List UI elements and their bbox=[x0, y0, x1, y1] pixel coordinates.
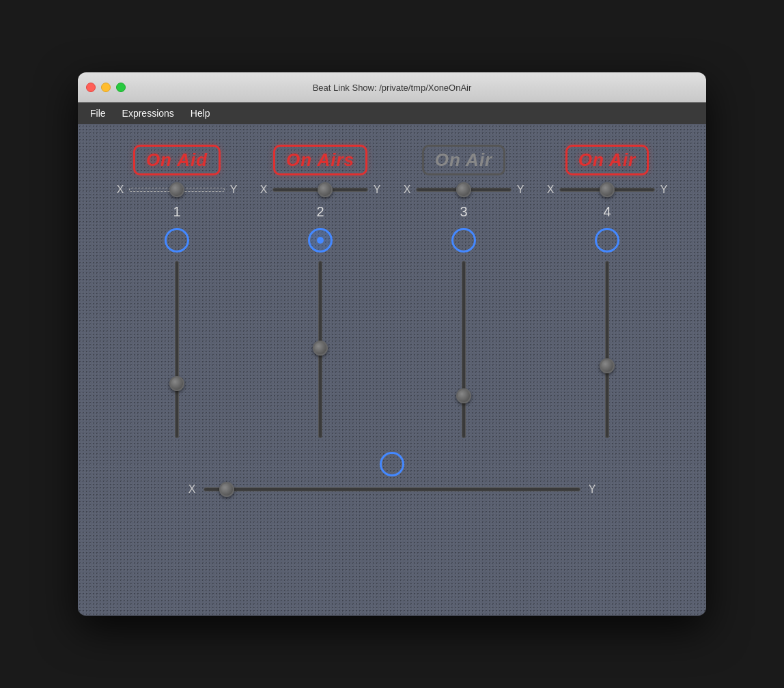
close-button[interactable] bbox=[86, 83, 96, 92]
channel-4-number: 4 bbox=[603, 204, 611, 220]
channel-3-crossfader-thumb[interactable] bbox=[456, 182, 471, 197]
channel-2-fader bbox=[318, 261, 322, 438]
menu-file[interactable]: File bbox=[83, 105, 113, 121]
channel-2-cue-button[interactable] bbox=[308, 228, 333, 253]
channel-1-fader-thumb[interactable] bbox=[169, 376, 184, 391]
menu-help[interactable]: Help bbox=[184, 105, 217, 121]
channel-3-crossfader-track[interactable] bbox=[416, 188, 512, 192]
channel-2-xy-crossfader: X Y bbox=[259, 184, 382, 196]
channel-2-crossfader-thumb[interactable] bbox=[318, 182, 333, 197]
channel-3-cue-button[interactable] bbox=[451, 228, 476, 253]
channel-2-fader-track[interactable] bbox=[318, 261, 322, 438]
title-bar: Beat Link Show: /private/tmp/XoneOnAir bbox=[78, 72, 706, 102]
bottom-crossfader-track[interactable] bbox=[204, 487, 580, 491]
channel-3-x-label: X bbox=[402, 184, 412, 196]
channel-2-crossfader-track[interactable] bbox=[272, 188, 368, 192]
channel-4-fader bbox=[605, 261, 609, 438]
channel-1: On Aid X Y 1 bbox=[115, 145, 238, 438]
bottom-cue-button[interactable] bbox=[380, 452, 404, 476]
channel-1-on-air-badge[interactable]: On Aid bbox=[133, 145, 221, 175]
main-window: Beat Link Show: /private/tmp/XoneOnAir F… bbox=[78, 72, 706, 616]
channel-1-crossfader-track[interactable] bbox=[129, 188, 225, 192]
traffic-lights bbox=[86, 83, 126, 92]
bottom-section: X Y bbox=[105, 452, 679, 496]
maximize-button[interactable] bbox=[116, 83, 126, 92]
channel-2: On Airs X Y 2 bbox=[259, 145, 382, 438]
channel-4-xy-crossfader: X Y bbox=[546, 184, 669, 196]
channels-row: On Aid X Y 1 On Airs bbox=[105, 145, 679, 438]
minimize-button[interactable] bbox=[101, 83, 111, 92]
channel-4-on-air-badge[interactable]: On Air bbox=[565, 145, 649, 175]
channel-4-fader-thumb[interactable] bbox=[600, 358, 615, 373]
channel-4: On Air X Y 4 bbox=[546, 145, 669, 438]
channel-2-cue-dot bbox=[317, 237, 324, 244]
channel-1-fader bbox=[175, 261, 179, 438]
channel-1-cue-button[interactable] bbox=[165, 228, 189, 253]
channel-3-fader-track[interactable] bbox=[462, 261, 466, 438]
channel-2-fader-thumb[interactable] bbox=[313, 341, 328, 356]
channel-3-y-label: Y bbox=[516, 184, 525, 196]
channel-3-fader-thumb[interactable] bbox=[456, 388, 471, 403]
channel-1-y-label: Y bbox=[229, 184, 238, 196]
channel-4-cue-button[interactable] bbox=[595, 228, 619, 253]
channel-4-crossfader-track[interactable] bbox=[559, 188, 655, 192]
channel-4-y-label: Y bbox=[659, 184, 669, 196]
channel-4-fader-track[interactable] bbox=[605, 261, 609, 438]
channel-2-x-label: X bbox=[259, 184, 268, 196]
channel-1-xy-crossfader: X Y bbox=[115, 184, 238, 196]
channel-3-fader bbox=[462, 261, 466, 438]
channel-4-x-label: X bbox=[546, 184, 555, 196]
bottom-y-label: Y bbox=[587, 483, 597, 496]
channel-1-crossfader-thumb[interactable] bbox=[169, 182, 184, 197]
channel-4-crossfader-thumb[interactable] bbox=[600, 182, 615, 197]
channel-1-number: 1 bbox=[173, 204, 180, 220]
bottom-x-label: X bbox=[187, 483, 197, 496]
channel-2-number: 2 bbox=[316, 204, 324, 220]
main-content: On Aid X Y 1 On Airs bbox=[78, 124, 706, 616]
channel-2-y-label: Y bbox=[372, 184, 382, 196]
channel-3-number: 3 bbox=[460, 204, 467, 220]
bottom-crossfader-thumb[interactable] bbox=[219, 482, 234, 497]
channel-2-on-air-badge[interactable]: On Airs bbox=[273, 145, 367, 175]
bottom-crossfader-row: X Y bbox=[187, 483, 597, 496]
channel-3: On Air X Y 3 bbox=[402, 145, 525, 438]
window-title: Beat Link Show: /private/tmp/XoneOnAir bbox=[313, 83, 472, 93]
channel-3-xy-crossfader: X Y bbox=[402, 184, 525, 196]
channel-1-fader-track[interactable] bbox=[175, 261, 179, 438]
menu-bar: File Expressions Help bbox=[78, 102, 706, 124]
menu-expressions[interactable]: Expressions bbox=[115, 105, 181, 121]
channel-3-on-air-badge[interactable]: On Air bbox=[422, 145, 505, 175]
channel-1-x-label: X bbox=[115, 184, 125, 196]
